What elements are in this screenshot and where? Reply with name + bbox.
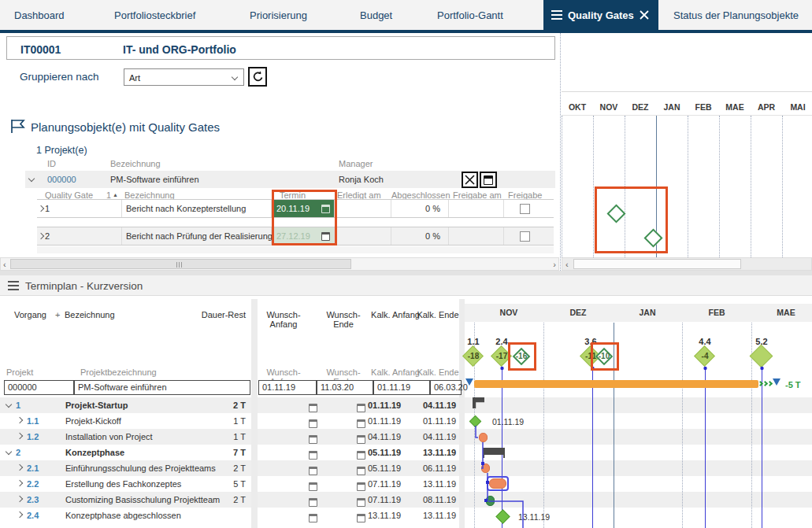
- gate-erledigt-cell[interactable]: [335, 227, 391, 245]
- col-bezeichnung[interactable]: Bezeichnung: [65, 310, 115, 319]
- mini-gridline: [719, 116, 720, 257]
- panel-splitter[interactable]: [560, 33, 561, 271]
- menu-icon[interactable]: [8, 281, 19, 282]
- scrollbar-thumb[interactable]: [10, 259, 351, 269]
- refresh-button[interactable]: [248, 67, 267, 87]
- project-name-field[interactable]: PM-Software einführen: [74, 380, 250, 395]
- right-h-scrollbar[interactable]: ‹: [562, 257, 812, 271]
- project-ka-field[interactable]: 01.11.19: [373, 380, 430, 395]
- task-row[interactable]: 2.4 Konzeptphase abgeschlossen 13.11.19 …: [0, 508, 812, 523]
- tab-dashboard[interactable]: Dashboard: [14, 9, 65, 21]
- project-we-field[interactable]: 11.03.20: [317, 380, 373, 395]
- tab-priorisierung[interactable]: Priorisierung: [250, 9, 307, 21]
- close-tab-icon[interactable]: [640, 10, 649, 20]
- gate-freigabe-am-cell[interactable]: [449, 200, 504, 217]
- col-wunsch-anfang[interactable]: Wunsch-Anfang: [257, 310, 310, 329]
- calendar-icon[interactable]: [309, 498, 317, 507]
- scroll-left-icon[interactable]: ‹: [565, 260, 569, 269]
- scroll-left-icon[interactable]: ‹: [3, 260, 6, 269]
- calendar-icon[interactable]: [357, 451, 365, 460]
- expand-icon[interactable]: [17, 511, 23, 518]
- project-id-field[interactable]: 000000: [4, 380, 74, 395]
- freigabe-checkbox[interactable]: [520, 231, 530, 242]
- x-icon: [465, 175, 475, 185]
- calendar-icon[interactable]: [357, 482, 365, 491]
- task-bar-done[interactable]: [486, 496, 495, 506]
- tab-portfolio-gantt[interactable]: Portfolio-Gantt: [437, 9, 503, 21]
- col-manager: Manager: [339, 159, 373, 168]
- expand-icon[interactable]: [17, 433, 23, 439]
- hamburger-icon[interactable]: [551, 10, 562, 12]
- termin-highlight-annotation: [272, 190, 337, 246]
- expand-icon[interactable]: [17, 496, 23, 502]
- milestone-stem: [592, 367, 593, 528]
- task-row[interactable]: 1 Projekt-Startup 2 T 01.11.19 04.11.19: [0, 397, 812, 413]
- task-bar-selected[interactable]: [489, 478, 506, 489]
- left-h-scrollbar[interactable]: ‹ ›: [0, 257, 559, 271]
- gate-abgeschlossen: 0 %: [425, 204, 440, 213]
- task-row[interactable]: 2 Konzeptphase 7 T 05.11.19 13.11.19: [0, 445, 812, 460]
- task-bar[interactable]: [479, 433, 488, 442]
- qg-label: 1.1: [462, 337, 485, 346]
- tab-portfoliosteckbrief[interactable]: Portfoliosteckbrief: [114, 9, 195, 21]
- gantt-splitter[interactable]: [459, 299, 465, 528]
- tab-quality-gates[interactable]: Quality Gates: [543, 0, 658, 30]
- calendar-icon[interactable]: [357, 467, 365, 475]
- col-kalk-ende[interactable]: Kalk. Ende: [411, 310, 465, 319]
- tab-status-planungsobjekte[interactable]: Status der Planungsobjekte: [673, 9, 799, 21]
- buffer-value: -18: [463, 352, 484, 360]
- project-wa-field[interactable]: 01.11.19: [258, 380, 317, 395]
- expand-icon[interactable]: [17, 464, 23, 471]
- portfolio-title: IT- und ORG-Portfolio: [123, 43, 236, 56]
- gate-freigabe-am-cell[interactable]: [449, 227, 504, 245]
- freigabe-checkbox[interactable]: [520, 204, 530, 214]
- tab-budget[interactable]: Budget: [360, 9, 392, 21]
- mini-month: APR: [751, 102, 782, 112]
- col-vorgang[interactable]: Vorgang: [14, 310, 46, 319]
- task-name: Konzeptphase abgeschlossen: [65, 511, 181, 520]
- collapse-icon[interactable]: [28, 175, 35, 182]
- collapse-icon[interactable]: [6, 401, 12, 408]
- group-by-select[interactable]: Art: [124, 68, 244, 86]
- add-task-button[interactable]: +: [55, 310, 60, 319]
- calendar-icon[interactable]: [357, 514, 365, 522]
- col-wunsch-ende[interactable]: Wunsch-Ende: [317, 310, 370, 329]
- task-row[interactable]: 2.2 Erstellung des Fachkonzeptes 5 T 07.…: [0, 476, 812, 492]
- calendar-icon[interactable]: [309, 467, 317, 475]
- col-kalk-ende: Kalk. Ende: [411, 367, 465, 377]
- calendar-icon[interactable]: [309, 404, 317, 412]
- task-row[interactable]: 2.3 Customizing Basisschulung Projekttea…: [0, 492, 812, 508]
- calendar-icon[interactable]: [357, 498, 365, 507]
- summary-bar[interactable]: [483, 448, 505, 455]
- buffer-diamond[interactable]: [750, 345, 773, 368]
- collapse-icon[interactable]: [6, 449, 12, 455]
- project-summary-bar[interactable]: [474, 380, 758, 388]
- calendar-icon[interactable]: [357, 435, 365, 444]
- task-row[interactable]: 1.2 Installation von Project 1 T 04.11.1…: [0, 429, 812, 445]
- expand-icon[interactable]: [17, 480, 23, 486]
- task-ka: 01.11.19: [368, 401, 401, 410]
- scroll-right-icon[interactable]: ›: [553, 260, 556, 269]
- expand-icon[interactable]: [17, 417, 23, 423]
- calendar-icon[interactable]: [309, 451, 317, 460]
- scrollbar-thumb[interactable]: [573, 259, 741, 269]
- column-splitter[interactable]: [251, 299, 258, 528]
- delete-filter-button[interactable]: [462, 172, 478, 188]
- calendar-icon[interactable]: [309, 419, 317, 428]
- task-row[interactable]: 1.1 Projekt-Kickoff 1 T 01.11.19 01.11.1…: [0, 413, 812, 429]
- calendar-button[interactable]: [480, 172, 497, 188]
- mini-gridline: [688, 116, 688, 257]
- gantt-month: FEB: [701, 308, 732, 317]
- calendar-icon[interactable]: [309, 482, 317, 491]
- mini-month: FEB: [688, 102, 719, 112]
- task-bar[interactable]: [481, 463, 490, 473]
- task-row[interactable]: 2.1 Einführungsschulung des Projektteams…: [0, 460, 812, 476]
- calendar-icon[interactable]: [357, 419, 365, 428]
- calendar-icon[interactable]: [309, 514, 317, 522]
- calendar-icon[interactable]: [357, 404, 365, 412]
- col-dauer-rest[interactable]: Dauer-Rest: [189, 310, 246, 319]
- gate-erledigt-cell[interactable]: [335, 200, 391, 217]
- calendar-icon[interactable]: [309, 435, 317, 444]
- qg2-annotation: [591, 342, 619, 371]
- project-ke-field[interactable]: 06.03.20: [430, 380, 462, 395]
